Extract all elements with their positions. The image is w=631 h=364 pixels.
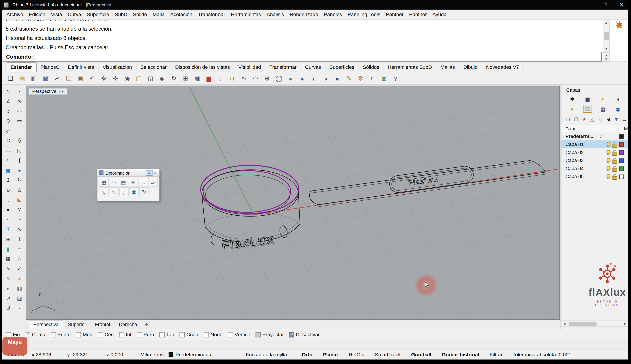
shaded-mode-icon[interactable]: ●	[286, 74, 295, 83]
polar-array-icon[interactable]: ✳	[14, 234, 25, 244]
curve-icon[interactable]: ∿	[14, 96, 25, 106]
history-icon[interactable]: ↺	[3, 303, 14, 313]
menu-herramientas[interactable]: Herramientas	[228, 10, 264, 18]
viewport-tab-icon[interactable]: ▦	[598, 105, 607, 113]
tab-visibilidad[interactable]: Visibilidad	[234, 63, 265, 72]
move-view-icon[interactable]: ✛	[111, 74, 121, 83]
layer-row[interactable]: Capa 01	[561, 140, 628, 148]
vptab-perspectiva[interactable]: Perspectiva	[29, 320, 63, 328]
back-arrows-icon[interactable]: «	[3, 284, 14, 294]
boolean-difference-icon[interactable]: ⊖	[14, 185, 25, 195]
scroll-left-icon[interactable]: ◄	[563, 322, 566, 326]
lock-icon[interactable]: ⊓	[228, 74, 237, 83]
sketch-icon[interactable]: ✎	[3, 264, 14, 274]
layer-visibility-bulb-icon[interactable]	[605, 150, 611, 156]
layer-row[interactable]: Capa 03	[561, 156, 628, 164]
status-smarttrack[interactable]: SmartTrack	[370, 352, 406, 358]
pan-icon[interactable]: ✥	[99, 74, 109, 83]
helix-icon[interactable]: §	[14, 136, 25, 146]
command-history[interactable]: Creando mallas... Pulse Esc para cancela…	[2, 20, 602, 52]
gumball-toolbar-icon[interactable]: ⊕	[262, 74, 272, 83]
layer-row[interactable]: Capa 04	[561, 164, 628, 172]
zoom-window-icon[interactable]: ◳	[134, 74, 144, 83]
layer-row[interactable]: Capa 02	[561, 148, 628, 156]
leader-icon[interactable]: ↘	[14, 224, 25, 234]
cylinder-icon[interactable]: ▮	[3, 244, 14, 254]
layer-lock-icon[interactable]	[611, 158, 618, 163]
dots-icon[interactable]: ∴	[14, 254, 25, 264]
status-grid-snap[interactable]: Forzado a la rejilla	[236, 352, 297, 358]
layer-visibility-bulb-icon[interactable]	[605, 142, 611, 147]
vptab-superior[interactable]: Superior	[64, 321, 90, 328]
layer-lock-icon[interactable]	[611, 166, 618, 171]
help-icon[interactable]: ?	[391, 74, 400, 83]
delete-layer-icon[interactable]: ✗	[581, 116, 587, 122]
text-icon[interactable]: T	[3, 224, 14, 234]
layer-color-swatch[interactable]	[619, 174, 624, 179]
layer-color-swatch[interactable]	[619, 166, 624, 171]
tab-planosc[interactable]: PlanosC	[37, 63, 64, 72]
osnap-cen[interactable]: Cen	[98, 332, 114, 338]
shear-icon[interactable]: ▱	[148, 178, 158, 186]
maximize-button[interactable]: □	[604, 2, 607, 8]
plane-icon[interactable]: ▱	[3, 146, 14, 156]
command-scrollbar[interactable]: ▲ ▼	[603, 20, 609, 52]
viewport-title-dropdown[interactable]: Perspectiva ▼	[29, 88, 67, 95]
menu-renderizado[interactable]: Renderizado	[287, 10, 321, 18]
menu-paneles[interactable]: Paneles	[321, 10, 345, 18]
checkbox[interactable]	[228, 332, 233, 337]
tab-transformar[interactable]: Transformar	[265, 63, 301, 72]
layer-row[interactable]: Predetermi...	[561, 132, 628, 140]
zoom-extents-icon[interactable]: ◱	[146, 74, 155, 83]
maelstrom-icon[interactable]: ↻	[139, 188, 149, 196]
checkbox[interactable]	[180, 332, 185, 337]
curve-tools-icon[interactable]: ∿	[239, 74, 249, 83]
checkbox[interactable]	[51, 332, 56, 337]
menu-archivo[interactable]: Archivo	[4, 10, 26, 18]
surface-tools-icon[interactable]: ◠	[251, 74, 260, 83]
corner-surface-icon[interactable]: ◺	[14, 146, 25, 156]
zoom-selected-icon[interactable]: ◈	[157, 74, 167, 83]
save-icon[interactable]: ▩	[41, 74, 50, 83]
twist-icon[interactable]: ∿	[109, 188, 119, 196]
gem-icon[interactable]: ◊	[3, 274, 14, 284]
sweep-icon[interactable]: ∫	[14, 156, 25, 165]
spin-down-icon[interactable]: ▼	[605, 58, 608, 60]
tab-herramientas-subd[interactable]: Herramientas SubD	[384, 63, 436, 72]
layer-visibility-bulb-icon[interactable]	[605, 166, 611, 171]
tab-disposicion-vistas[interactable]: Disposición de las vistas	[171, 63, 234, 72]
status-gumball[interactable]: Gumball	[406, 352, 437, 358]
scroll-right-icon[interactable]: ►	[623, 322, 627, 326]
menu-subd[interactable]: SubD	[112, 10, 130, 18]
close-button[interactable]: ✕	[620, 2, 624, 8]
checkbox[interactable]	[289, 332, 294, 337]
menu-panther[interactable]: Panther	[383, 10, 406, 18]
ghosted-mode-icon[interactable]: ◐	[309, 74, 319, 83]
checkbox[interactable]	[256, 332, 261, 337]
status-current-layer[interactable]: Predeterminada	[169, 352, 236, 358]
polygon-icon[interactable]: ◇	[3, 126, 14, 136]
car-icon[interactable]: ▆	[204, 74, 214, 83]
tab-mallas[interactable]: Mallas	[436, 63, 459, 72]
scroll-up-icon[interactable]: ▲	[605, 21, 608, 24]
zoom-dynamic-icon[interactable]: ◉	[122, 74, 132, 83]
status-orto[interactable]: Orto	[297, 352, 318, 358]
move-up-icon[interactable]: △	[589, 116, 596, 122]
vptab-derecha[interactable]: Derecha	[115, 321, 141, 328]
layer-visibility-bulb-icon[interactable]	[605, 158, 611, 163]
menu-ayuda[interactable]: Ayuda	[430, 10, 449, 18]
copy-icon[interactable]: ❐	[64, 74, 74, 83]
tab-seleccionar[interactable]: Seleccionar	[136, 63, 171, 72]
scrollbar-thumb[interactable]	[604, 32, 609, 40]
raytrace-mode-icon[interactable]: ●	[332, 74, 342, 83]
checkbox[interactable]	[76, 332, 81, 337]
deformation-panel[interactable]: Deformación ⚙ ✕ ▦ ◠ ▤ ⊞	[97, 169, 160, 201]
checkbox[interactable]	[6, 332, 11, 337]
command-spinner[interactable]: ▲ ▼	[603, 52, 609, 62]
layer-tools-icon[interactable]: ▭	[621, 116, 628, 122]
menu-vista[interactable]: Vista	[48, 10, 65, 18]
osnap-punto[interactable]: Punto	[51, 332, 71, 338]
layer-row[interactable]: Capa 05	[561, 172, 628, 180]
move-down-icon[interactable]: ▽	[597, 116, 604, 122]
dot-small-icon[interactable]: ·	[14, 303, 25, 313]
